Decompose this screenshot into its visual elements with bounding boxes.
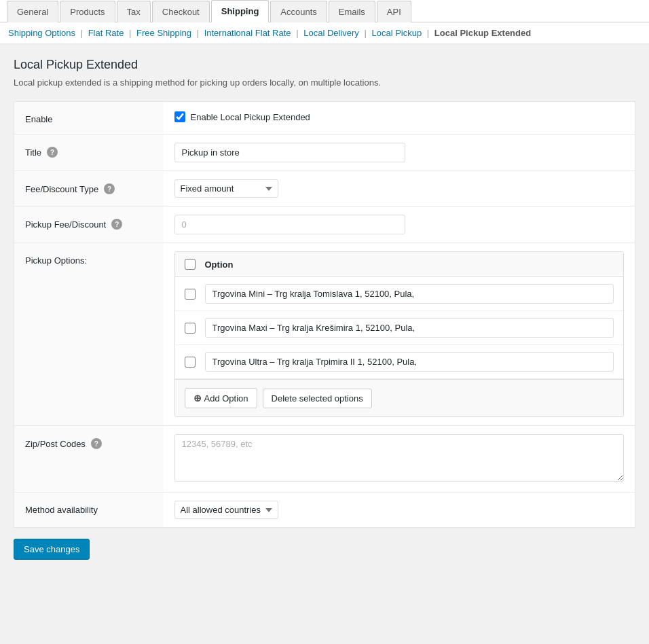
title-help-icon[interactable]: ?	[47, 147, 58, 158]
tab-tax[interactable]: Tax	[117, 1, 151, 22]
pickup-fee-discount-input[interactable]	[174, 215, 405, 234]
pickup-option-row-1	[175, 277, 624, 311]
title-row: Title ?	[14, 135, 635, 171]
pickup-fee-discount-cell	[164, 207, 635, 243]
zip-post-codes-row: Zip/Post Codes ?	[14, 426, 635, 493]
sep5: |	[364, 28, 366, 38]
plus-icon: ⊕	[193, 393, 202, 404]
breadcrumb-current: Local Pickup Extended	[434, 28, 531, 38]
breadcrumb-local-pickup[interactable]: Local Pickup	[371, 28, 422, 38]
sep1: |	[81, 28, 83, 38]
pickup-options-header: Option	[175, 252, 624, 277]
tab-checkout[interactable]: Checkout	[152, 1, 210, 22]
enable-cell: Enable Local Pickup Extended	[164, 102, 635, 132]
save-changes-button[interactable]: Save changes	[14, 539, 90, 560]
breadcrumb-international-flat-rate[interactable]: International Flat Rate	[204, 28, 291, 38]
title-label: Title ?	[14, 135, 164, 171]
breadcrumb-local-delivery[interactable]: Local Delivery	[303, 28, 359, 38]
fee-discount-type-help-icon[interactable]: ?	[104, 183, 115, 194]
add-option-button[interactable]: ⊕ Add Option	[185, 388, 257, 408]
pickup-option-input-2[interactable]	[205, 318, 614, 338]
breadcrumb-free-shipping[interactable]: Free Shipping	[136, 28, 191, 38]
pickup-option-row-3	[175, 345, 624, 379]
delete-button-label: Delete selected options	[272, 393, 363, 404]
pickup-options-header-label: Option	[205, 260, 234, 270]
zip-post-codes-help-icon[interactable]: ?	[91, 438, 102, 449]
page-description: Local pickup extended is a shipping meth…	[14, 77, 635, 88]
pickup-options-cell: Option	[164, 243, 635, 426]
method-availability-row: Method availability All allowed countrie…	[14, 493, 635, 528]
pickup-option-row-2	[175, 311, 624, 345]
tab-accounts[interactable]: Accounts	[270, 1, 327, 22]
pickup-option-checkbox-3[interactable]	[185, 357, 196, 368]
tab-api[interactable]: API	[377, 1, 411, 22]
pickup-options-label: Pickup Options:	[14, 243, 164, 426]
fee-discount-type-row: Fee/Discount Type ? Fixed amount Percent…	[14, 171, 635, 207]
breadcrumb-shipping-options[interactable]: Shipping Options	[8, 28, 75, 38]
pickup-fee-discount-help-icon[interactable]: ?	[111, 219, 122, 230]
pickup-actions: ⊕ Add Option Delete selected options	[175, 379, 624, 416]
fee-discount-type-select[interactable]: Fixed amount Percentage Fixed discount P…	[174, 179, 278, 198]
pickup-options-row: Pickup Options: Option	[14, 243, 635, 426]
zip-post-codes-cell	[164, 426, 635, 493]
pickup-option-checkbox-1[interactable]	[185, 289, 196, 300]
fee-discount-type-label: Fee/Discount Type ?	[14, 171, 164, 207]
breadcrumb-flat-rate[interactable]: Flat Rate	[88, 28, 124, 38]
title-cell	[164, 135, 635, 171]
tab-general[interactable]: General	[7, 1, 58, 22]
method-availability-select[interactable]: All allowed countries Specific countries	[174, 501, 278, 519]
breadcrumb: Shipping Options | Flat Rate | Free Ship…	[0, 22, 649, 44]
enable-checkbox[interactable]	[174, 111, 185, 122]
pickup-options-header-checkbox[interactable]	[185, 259, 196, 270]
tab-emails[interactable]: Emails	[329, 1, 375, 22]
pickup-fee-discount-label: Pickup Fee/Discount ?	[14, 207, 164, 243]
delete-selected-options-button[interactable]: Delete selected options	[263, 389, 372, 408]
pickup-options-container: Option	[174, 251, 625, 417]
pickup-fee-discount-row: Pickup Fee/Discount ?	[14, 207, 635, 243]
enable-row: Enable Enable Local Pickup Extended	[14, 102, 635, 135]
tab-products[interactable]: Products	[60, 1, 115, 22]
zip-post-codes-input[interactable]	[174, 434, 625, 482]
settings-table: Enable Enable Local Pickup Extended Titl…	[14, 101, 635, 528]
content-wrap: Local Pickup Extended Local pickup exten…	[0, 44, 649, 573]
tab-shipping[interactable]: Shipping	[211, 0, 270, 22]
method-availability-cell: All allowed countries Specific countries	[164, 493, 635, 528]
sep4: |	[296, 28, 298, 38]
pickup-option-input-1[interactable]	[205, 284, 614, 304]
save-row: Save changes	[14, 528, 635, 560]
enable-label: Enable	[14, 102, 164, 135]
tabs-bar: General Products Tax Checkout Shipping A…	[0, 0, 649, 22]
sep2: |	[129, 28, 131, 38]
title-input[interactable]	[174, 143, 405, 162]
sep3: |	[197, 28, 199, 38]
sep6: |	[427, 28, 429, 38]
pickup-option-input-3[interactable]	[205, 352, 614, 372]
fee-discount-type-cell: Fixed amount Percentage Fixed discount P…	[164, 171, 635, 207]
pickup-option-checkbox-2[interactable]	[185, 323, 196, 334]
add-option-label: Add Option	[204, 393, 248, 404]
page-title: Local Pickup Extended	[14, 58, 635, 72]
method-availability-label: Method availability	[14, 493, 164, 528]
enable-checkbox-label: Enable Local Pickup Extended	[191, 112, 310, 122]
zip-post-codes-label: Zip/Post Codes ?	[14, 426, 164, 493]
